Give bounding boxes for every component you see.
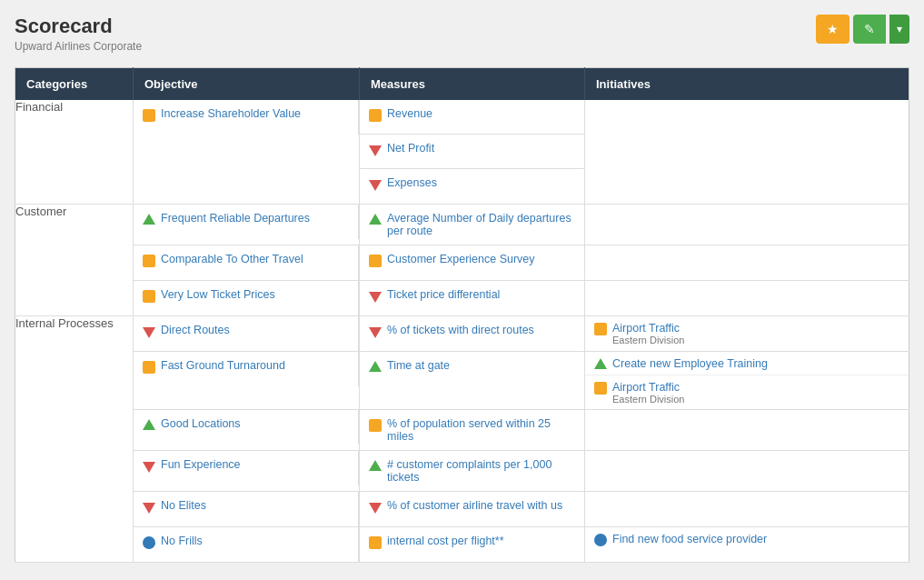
objective-link[interactable]: Fun Experience [161,458,241,471]
page-wrapper: Scorecard Upward Airlines Corporate ★ ✎ … [0,0,924,577]
measure-row: % of population served within 25 miles [360,410,584,450]
circle-blue-icon [594,534,607,546]
square-yellow-icon [594,323,607,335]
measure-row: % of tickets with direct routes [360,316,584,351]
col-measures: Measures [360,68,585,101]
arrow-down-red-icon [143,503,155,514]
initiatives-td: Create new Employee TrainingAirport Traf… [585,352,909,410]
initiatives-td [585,451,909,492]
initiative-link[interactable]: Create new Employee Training [612,357,768,370]
initiative-link[interactable]: Find new food service provider [612,533,767,545]
category-cell: Financial [15,100,134,205]
measure-cell: Average Number of Daily departures per r… [360,205,584,245]
measures-td: % of customer airline travel with us [360,492,585,527]
measure-link[interactable]: internal cost per flight** [387,535,504,547]
initiative-cell: Create new Employee TrainingAirport Traf… [585,352,909,409]
measure-row: Ticket price differential [360,281,584,315]
measures-td: Ticket price differential [360,281,585,316]
measure-row: Revenue [360,100,584,135]
measure-link[interactable]: Customer Experience Survey [387,253,535,265]
edit-button[interactable]: ✎ [853,15,886,44]
table-row: No Elites% of customer airline travel wi… [15,492,909,527]
measure-link[interactable]: # customer complaints per 1,000 tickets [387,458,575,484]
table-row: No Frillsinternal cost per flight**Find … [15,527,909,563]
arrow-down-red-icon [143,327,155,338]
initiative-cell [585,281,909,315]
objective-cell: No Frills [134,527,359,562]
header: Scorecard Upward Airlines Corporate ★ ✎ … [15,15,909,53]
measure-link[interactable]: % of customer airline travel with us [387,499,562,512]
initiative-cell [585,100,909,135]
measure-link[interactable]: Net Profit [387,142,434,155]
dropdown-button[interactable]: ▾ [889,15,909,44]
initiatives-td [585,281,909,316]
circle-blue-icon [143,536,155,549]
square-yellow-icon [143,290,155,303]
initiative-item: Airport TrafficEastern Division [585,316,909,350]
objective-cell: Fast Ground Turnaround [134,352,359,386]
table-row: CustomerFrequent Reliable DeparturesAver… [15,205,909,245]
category-cell: Internal Processes [15,316,134,563]
objective-td: Comparable To Other Travel [134,245,360,281]
square-yellow-icon [143,361,155,374]
measure-cell: internal cost per flight** [360,527,584,562]
measure-row: Net Profit [360,135,584,169]
objective-link[interactable]: Comparable To Other Travel [161,253,303,265]
measure-link[interactable]: Time at gate [387,359,450,372]
initiative-cell [585,451,909,485]
measure-row: % of customer airline travel with us [360,492,584,526]
table-row: Fun Experience# customer complaints per … [15,451,909,492]
initiative-link[interactable]: Airport Traffic [612,381,680,394]
arrow-up-green-icon [369,460,382,471]
objective-cell: Good Locations [134,410,359,445]
table-row: Very Low Ticket PricesTicket price diffe… [15,281,909,316]
measure-link[interactable]: Expenses [387,176,437,189]
objective-link[interactable]: Good Locations [161,417,241,430]
objective-link[interactable]: No Elites [161,499,206,512]
table-header-row: Categories Objective Measures Initiative… [15,68,909,101]
objective-td: Fast Ground Turnaround [134,352,360,410]
header-text: Scorecard Upward Airlines Corporate [15,15,142,53]
measure-link[interactable]: Ticket price differential [387,288,500,301]
objective-link[interactable]: Frequent Reliable Departures [161,212,310,225]
arrow-down-red-icon [369,145,382,156]
objective-td: Fun Experience [134,451,360,492]
measure-row: Customer Experience Survey [360,245,584,280]
objective-link[interactable]: Fast Ground Turnaround [161,359,285,372]
objective-link[interactable]: Increase Shareholder Value [161,107,301,120]
measures-td: Average Number of Daily departures per r… [360,205,585,245]
initiative-link[interactable]: Airport Traffic [612,322,680,335]
objective-td: No Elites [134,492,360,527]
measures-td: Time at gate [360,352,585,410]
square-yellow-icon [369,255,382,267]
star-button[interactable]: ★ [816,15,849,44]
objective-link[interactable]: Very Low Ticket Prices [161,288,275,301]
objective-td: Good Locations [134,410,360,451]
initiative-cell [585,245,909,280]
initiative-sub: Eastern Division [612,335,684,345]
objective-td: Direct Routes [134,316,360,352]
initiative-cell: Find new food service provider [585,527,909,551]
measures-td: Customer Experience Survey [360,245,585,281]
arrow-down-red-icon [143,462,155,473]
arrow-down-red-icon [369,503,382,514]
table-row: FinancialIncrease Shareholder ValueReven… [15,100,909,205]
initiative-cell [585,410,909,445]
arrow-up-green-icon [369,214,382,225]
measure-cell: Time at gate [360,352,584,386]
measure-cell: Customer Experience Survey [360,245,584,280]
objective-cell: No Elites [134,492,359,526]
measure-cell: % of customer airline travel with us [360,492,584,526]
initiatives-td [585,245,909,281]
measure-link[interactable]: % of population served within 25 miles [387,417,575,443]
initiative-item: Find new food service provider [585,527,909,551]
measure-link[interactable]: Average Number of Daily departures per r… [387,212,575,237]
square-yellow-icon [143,109,155,122]
objective-link[interactable]: No Frills [161,535,203,547]
objective-td: Increase Shareholder Value [134,100,360,205]
objective-link[interactable]: Direct Routes [161,324,230,336]
arrow-down-red-icon [369,327,382,338]
measure-row: Expenses [360,169,584,204]
measure-link[interactable]: % of tickets with direct routes [387,324,534,336]
measure-link[interactable]: Revenue [387,107,432,120]
